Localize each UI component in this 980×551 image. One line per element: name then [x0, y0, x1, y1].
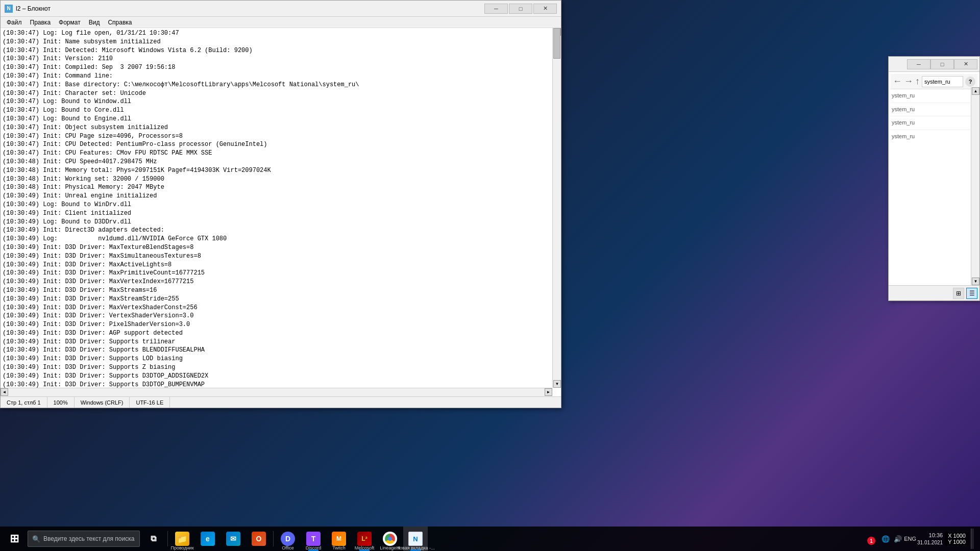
close-button[interactable]: ✕ [533, 4, 557, 14]
desktop: N l2 – Блокнот ─ □ ✕ Файл Правка Формат … [0, 0, 980, 551]
second-forward-btn[interactable]: → [904, 76, 913, 87]
discord-icon: D [281, 532, 295, 546]
start-icon: ⊞ [7, 532, 21, 546]
cursor-position: Стр 1, стлб 1 [1, 397, 47, 408]
menu-edit[interactable]: Правка [26, 18, 55, 27]
vertical-scrollbar[interactable]: ▲ ▼ [552, 28, 561, 388]
second-status-bar: ⊞ ☰ [889, 285, 979, 300]
melcosoft-label: Twitch [332, 545, 346, 550]
clock-time: 10:36 [929, 532, 943, 539]
task-view-button[interactable]: ⧉ [141, 527, 165, 551]
clock-date: 31.01.2021 [917, 539, 943, 546]
taskbar-discord[interactable]: D Office [276, 527, 300, 551]
notification-badge: 1 [867, 537, 875, 545]
second-scrollbar-v[interactable]: ▲ ▼ [971, 87, 979, 285]
lineage-icon: L² [357, 532, 372, 546]
second-window-content: ← → ↑ system_ru ? ystem_ru ystem_ru yste… [889, 72, 979, 300]
taskbar-mail[interactable]: ✉ [221, 527, 246, 551]
notepad-icon: N [5, 5, 13, 13]
taskbar-explorer[interactable]: 📁 Проводник [170, 527, 194, 551]
address-bar[interactable]: system_ru [922, 76, 963, 87]
notepad-title-bar: N l2 – Блокнот ─ □ ✕ [1, 1, 561, 17]
horizontal-scrollbar[interactable]: ◄ ► [1, 388, 552, 396]
second-file-list: ystem_ru ystem_ru ystem_ru ystem_ru [891, 89, 977, 143]
network-icon[interactable]: 🌐 [880, 534, 891, 544]
volume-icon[interactable]: 🔊 [893, 534, 903, 544]
line-ending: Windows (CRLF) [75, 397, 130, 408]
edge-icon: e [201, 532, 215, 546]
taskbar-twitch[interactable]: T Discord [301, 527, 326, 551]
start-button[interactable]: ⊞ [2, 527, 27, 551]
mail-icon: ✉ [226, 532, 240, 546]
file-item-2[interactable]: ystem_ru [891, 103, 977, 117]
file-item-1[interactable]: ystem_ru [891, 89, 977, 103]
office-icon: O [252, 532, 266, 546]
second-title-bar: ─ □ ✕ [889, 57, 979, 72]
notepad-status-bar: Стр 1, стлб 1 100% Windows (CRLF) UTF-16… [1, 396, 561, 408]
twitch-icon: T [306, 532, 321, 546]
notepad-menu-bar: Файл Правка Формат Вид Справка [1, 17, 561, 28]
notepad-content: (10:30:47) Log: Log file open, 01/31/21 … [1, 28, 561, 396]
scroll-left-arrow[interactable]: ◄ [1, 388, 8, 396]
notepad-text-area[interactable]: (10:30:47) Log: Log file open, 01/31/21 … [1, 28, 561, 396]
encoding: UTF-16 LE [130, 397, 170, 408]
notepad-title: l2 – Блокнот [16, 5, 51, 12]
menu-view[interactable]: Вид [85, 18, 104, 27]
melcosoft-icon: M [332, 532, 346, 546]
sv-down[interactable]: ▼ [972, 278, 979, 285]
menu-file[interactable]: Файл [3, 18, 26, 27]
search-placeholder-text: Введите здесь текст для поиска [43, 535, 134, 542]
file-item-3[interactable]: ystem_ru [891, 116, 977, 130]
coordinates-display: X 1000Y 1000 [945, 532, 969, 546]
keyboard-layout[interactable]: ENG [905, 534, 915, 544]
window-controls: ─ □ ✕ [484, 4, 557, 14]
taskbar-lineage[interactable]: L² Melcosoft [352, 527, 377, 551]
zoom-level: 100% [47, 397, 75, 408]
minimize-button[interactable]: ─ [484, 4, 508, 14]
second-close-btn[interactable]: ✕ [954, 59, 977, 69]
maximize-button[interactable]: □ [509, 4, 532, 14]
scroll-down-arrow[interactable]: ▼ [553, 380, 561, 388]
taskbar-search[interactable]: 🔍 Введите здесь текст для поиска [28, 531, 140, 547]
task-view-icon: ⧉ [146, 532, 160, 546]
second-maximize-btn[interactable]: □ [930, 59, 954, 69]
show-desktop-button[interactable] [971, 529, 974, 549]
menu-help[interactable]: Справка [104, 18, 136, 27]
scroll-right-arrow[interactable]: ► [545, 388, 552, 396]
scroll-thumb-vertical[interactable] [553, 28, 560, 59]
sv-up[interactable]: ▲ [972, 87, 979, 95]
taskbar-separator-2 [273, 531, 274, 546]
notepad-window: N l2 – Блокнот ─ □ ✕ Файл Правка Формат … [0, 0, 561, 408]
notification-area[interactable]: ▲ 1 [868, 534, 878, 544]
system-tray: ▲ 1 🌐 🔊 ENG 10:36 31.01.2021 X 1000Y 100… [864, 529, 978, 549]
coord-text: X 1000Y 1000 [948, 533, 966, 545]
list-view-btn[interactable]: ☰ [966, 288, 977, 299]
help-btn[interactable]: ? [965, 77, 975, 87]
explorer-icon: 📁 [175, 532, 189, 546]
second-back-btn[interactable]: ← [893, 76, 902, 87]
notepad-taskbar-icon: N [408, 532, 423, 546]
grid-view-btn[interactable]: ⊞ [953, 288, 964, 299]
taskbar-office[interactable]: O [247, 527, 271, 551]
title-bar-left: N l2 – Блокнот [5, 5, 51, 13]
second-up-btn[interactable]: ↑ [915, 76, 920, 87]
explorer-label: Проводник [170, 545, 193, 550]
second-window: ─ □ ✕ ← → ↑ system_ru ? ystem_ru ystem_r… [888, 56, 980, 301]
system-clock[interactable]: 10:36 31.01.2021 [917, 532, 943, 545]
second-minimize-btn[interactable]: ─ [907, 59, 930, 69]
taskbar-melcosoft[interactable]: M Twitch [327, 527, 351, 551]
discord-label: Office [282, 545, 293, 550]
taskbar: ⊞ 🔍 Введите здесь текст для поиска ⧉ 📁 П… [0, 527, 980, 551]
menu-format[interactable]: Формат [55, 18, 85, 27]
taskbar-notepad[interactable]: N Новая вкладка -... [403, 527, 428, 551]
chrome-icon [383, 532, 397, 546]
search-icon: 🔍 [32, 535, 40, 543]
file-item-4[interactable]: ystem_ru [891, 130, 977, 143]
taskbar-separator-1 [167, 531, 168, 546]
taskbar-edge[interactable]: e [195, 527, 220, 551]
